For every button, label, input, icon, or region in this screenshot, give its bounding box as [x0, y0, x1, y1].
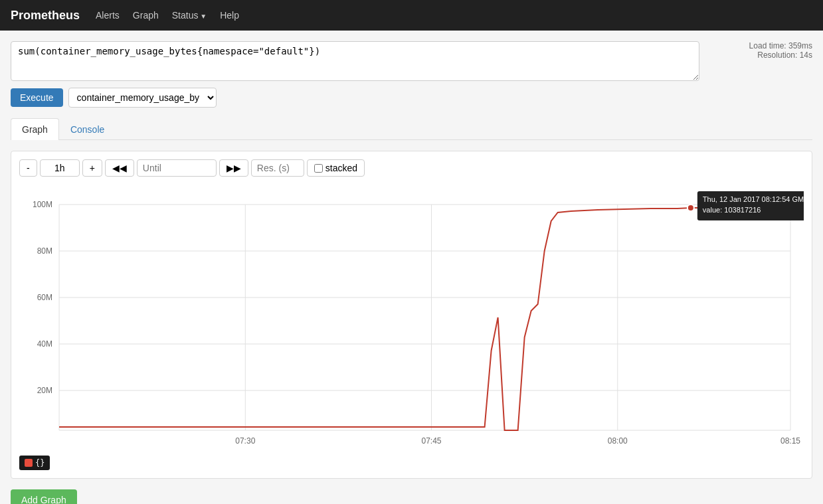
navbar-item-graph[interactable]: Graph [133, 7, 159, 23]
load-time: Load time: 359ms [706, 41, 812, 50]
add-graph-button[interactable]: Add Graph [11, 489, 77, 504]
legend-row: {} [19, 456, 804, 470]
query-row: Load time: 359ms Resolution: 14s [11, 41, 812, 81]
duration-input[interactable] [40, 159, 80, 177]
legend-label: {} [35, 458, 45, 467]
metric-select[interactable]: container_memory_usage_by [68, 88, 217, 108]
svg-text:20M: 20M [37, 386, 52, 395]
zoom-in-button[interactable]: + [82, 159, 102, 177]
main-content: Load time: 359ms Resolution: 14s Execute… [0, 31, 823, 504]
chart-container: 100M 80M 60M 40M 20M 07:30 07:45 08:00 0… [19, 185, 804, 450]
navbar-item-alerts[interactable]: Alerts [96, 7, 120, 23]
execute-button[interactable]: Execute [11, 88, 63, 107]
forward-button[interactable]: ▶▶ [219, 159, 248, 177]
resolution: Resolution: 14s [706, 50, 812, 60]
svg-text:value: 103817216: value: 103817216 [703, 206, 761, 214]
svg-point-20 [687, 205, 694, 211]
legend-item[interactable]: {} [19, 456, 50, 470]
svg-text:07:30: 07:30 [235, 436, 255, 446]
navbar-brand[interactable]: Prometheus [11, 9, 80, 23]
time-controls: - + ◀◀ ▶▶ stacked [19, 159, 804, 177]
graph-section: - + ◀◀ ▶▶ stacked [11, 151, 812, 479]
stacked-label[interactable]: stacked [307, 159, 365, 177]
until-input[interactable] [137, 159, 217, 177]
svg-text:08:15: 08:15 [780, 436, 800, 446]
navbar-item-status[interactable]: Status [172, 7, 207, 23]
zoom-out-button[interactable]: - [19, 159, 37, 177]
controls-row: Execute container_memory_usage_by [11, 88, 812, 108]
stacked-checkbox[interactable] [314, 164, 323, 173]
svg-text:08:00: 08:00 [608, 436, 628, 446]
svg-text:100M: 100M [33, 200, 52, 209]
navbar: Prometheus Alerts Graph Status Help [0, 0, 823, 31]
load-info: Load time: 359ms Resolution: 14s [706, 41, 812, 60]
tab-console[interactable]: Console [59, 118, 116, 140]
svg-text:07:45: 07:45 [422, 436, 442, 446]
legend-dot [25, 459, 33, 467]
resolution-input[interactable] [251, 159, 304, 177]
query-input[interactable] [11, 41, 699, 81]
svg-text:80M: 80M [37, 246, 52, 256]
svg-text:40M: 40M [37, 339, 52, 349]
chart-svg: 100M 80M 60M 40M 20M 07:30 07:45 08:00 0… [19, 185, 804, 450]
tab-bar: Graph Console [11, 118, 812, 140]
tab-graph[interactable]: Graph [11, 118, 59, 140]
svg-text:Thu, 12 Jan 2017 08:12:54 GMT: Thu, 12 Jan 2017 08:12:54 GMT [703, 195, 804, 203]
rewind-button[interactable]: ◀◀ [105, 159, 134, 177]
svg-text:60M: 60M [37, 293, 52, 302]
navbar-item-help[interactable]: Help [220, 7, 239, 23]
